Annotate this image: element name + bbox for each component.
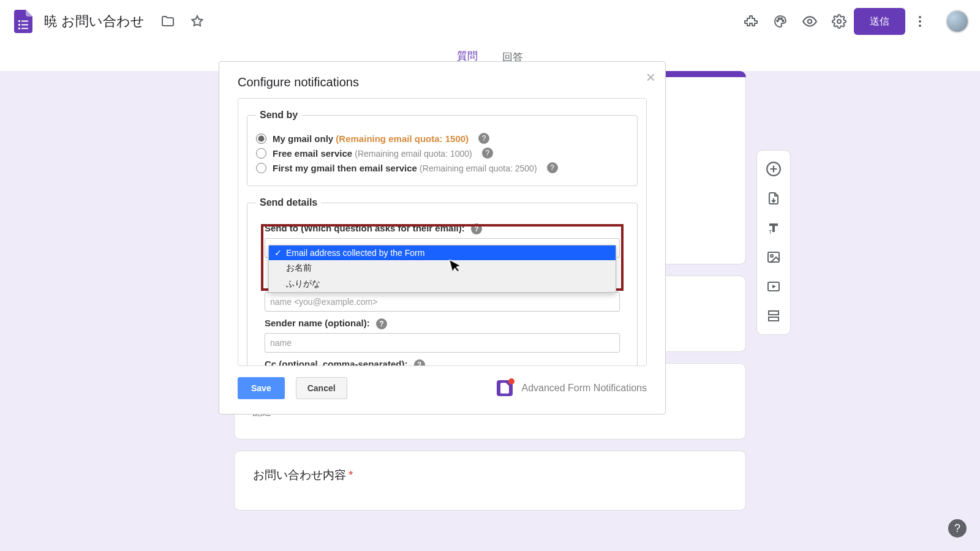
send-to-dropdown-list: Email address collected by the Form お名前 … [268, 245, 616, 293]
help-icon[interactable]: ? [376, 318, 387, 329]
dropdown-option-furigana[interactable]: ふりがな [269, 276, 616, 292]
add-video-icon[interactable] [760, 273, 787, 300]
help-icon[interactable]: ? [482, 148, 493, 159]
settings-icon[interactable] [824, 7, 854, 36]
help-icon[interactable]: ? [547, 162, 558, 173]
svg-point-12 [919, 16, 921, 18]
radio-input[interactable] [256, 133, 266, 144]
radio-input[interactable] [256, 163, 266, 173]
dialog-footer: Save Cancel Advanced Form Notifications [219, 366, 665, 414]
svg-point-9 [782, 20, 783, 21]
svg-rect-5 [21, 28, 28, 29]
star-icon[interactable] [183, 7, 212, 36]
add-question-icon[interactable] [760, 156, 787, 182]
send-details-legend: Send details [256, 197, 321, 208]
palette-icon[interactable] [766, 7, 795, 36]
question-card-content[interactable]: お問い合わせ内容* [234, 451, 746, 511]
sender-name-input[interactable] [265, 333, 620, 353]
import-questions-icon[interactable] [760, 185, 787, 212]
forms-logo-icon [11, 9, 36, 34]
more-menu-icon[interactable] [905, 7, 935, 36]
folder-icon[interactable] [153, 7, 183, 36]
radio-input[interactable] [256, 148, 266, 159]
svg-point-13 [919, 20, 921, 23]
svg-rect-1 [21, 21, 28, 22]
document-title[interactable]: 暁 お問い合わせ [44, 12, 145, 31]
radio-my-gmail[interactable]: My gmail only (Remaining email quota: 15… [256, 133, 628, 144]
svg-point-14 [919, 24, 921, 27]
svg-rect-21 [769, 317, 778, 321]
radio-free-email[interactable]: Free email service (Remaining email quot… [256, 148, 628, 159]
preview-icon[interactable] [795, 7, 824, 36]
svg-point-7 [778, 18, 780, 19]
configure-notifications-dialog: Configure notifications × Send by My gma… [219, 61, 666, 414]
svg-rect-3 [21, 24, 28, 26]
addons-icon[interactable] [736, 7, 766, 36]
dialog-title: Configure notifications [238, 75, 359, 89]
dropdown-option-name[interactable]: お名前 [269, 260, 616, 276]
svg-rect-0 [18, 20, 20, 22]
cc-label: Cc (optional, comma-separated): ? [265, 359, 620, 366]
svg-text:T: T [769, 229, 772, 235]
send-to-label: Send to (Which question asks for their e… [265, 223, 620, 234]
svg-rect-4 [18, 28, 20, 29]
svg-point-10 [808, 20, 812, 24]
help-icon[interactable]: ? [471, 223, 482, 234]
close-icon[interactable]: × [646, 68, 655, 87]
svg-point-6 [777, 20, 778, 21]
svg-rect-17 [768, 252, 779, 262]
send-by-fieldset: Send by My gmail only (Remaining email q… [247, 110, 638, 186]
add-section-icon[interactable] [760, 302, 787, 329]
radio-combined[interactable]: First my gmail then email service (Remai… [256, 162, 628, 173]
send-details-fieldset: Send details Send to (Which question ask… [247, 197, 638, 366]
question-toolbar: T [756, 150, 791, 335]
dropdown-option-collected-email[interactable]: Email address collected by the Form [269, 246, 616, 260]
cancel-button[interactable]: Cancel [296, 377, 347, 399]
addon-badge-icon [497, 380, 513, 396]
send-button[interactable]: 送信 [854, 8, 905, 35]
help-icon[interactable]: ? [478, 133, 489, 144]
add-image-icon[interactable] [760, 244, 787, 271]
save-button[interactable]: Save [238, 377, 285, 399]
sender-name-label: Sender name (optional): ? [265, 318, 620, 329]
addon-name: Advanced Form Notifications [521, 383, 647, 394]
dialog-scroll-area[interactable]: Send by My gmail only (Remaining email q… [238, 98, 647, 366]
svg-point-8 [781, 18, 782, 19]
main-toolbar: 暁 お問い合わせ 送信 [0, 0, 980, 43]
question-title: お問い合わせ内容* [253, 467, 727, 483]
svg-point-18 [771, 255, 773, 257]
send-from-input[interactable] [265, 292, 620, 312]
add-title-icon[interactable]: T [760, 214, 787, 241]
global-help-icon[interactable]: ? [948, 519, 967, 538]
svg-rect-2 [18, 24, 20, 26]
svg-rect-20 [769, 311, 778, 315]
account-avatar[interactable] [946, 10, 969, 33]
svg-point-11 [837, 20, 841, 23]
help-icon[interactable]: ? [414, 359, 425, 366]
send-by-legend: Send by [256, 110, 301, 121]
